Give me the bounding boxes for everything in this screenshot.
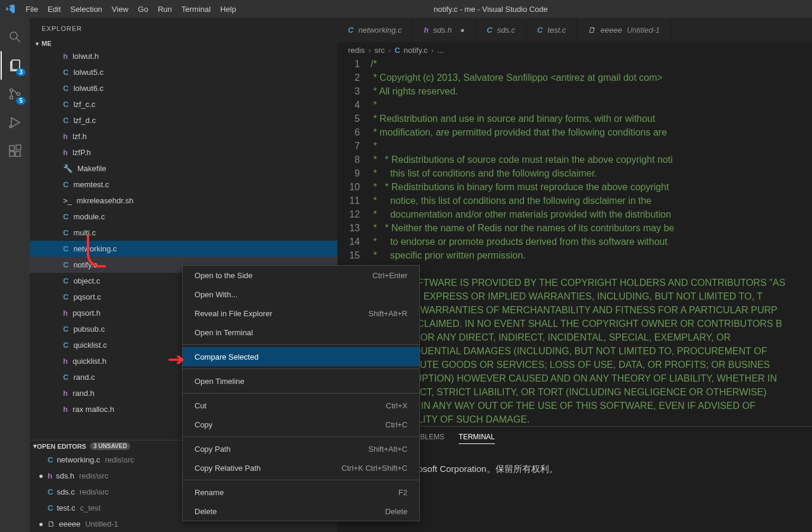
menu-terminal[interactable]: Terminal: [177, 0, 215, 18]
file-name: lzf_c.c: [73, 100, 95, 109]
menu-help[interactable]: Help: [215, 0, 241, 18]
c-file-icon: C: [63, 260, 68, 269]
file-row[interactable]: hlzf.h: [30, 128, 337, 144]
menu-item-shortcut: Delete: [385, 507, 407, 516]
editor-path: redis\src: [80, 487, 109, 496]
menu-item-label: Cut: [195, 401, 206, 410]
context-menu-item[interactable]: Reveal in File ExplorerShift+Alt+R: [183, 304, 419, 323]
menu-item-shortcut: Ctrl+Enter: [372, 271, 407, 280]
h-file-icon: h: [63, 389, 68, 398]
file-row[interactable]: Cnetworking.c: [30, 241, 337, 257]
file-row[interactable]: Cmodule.c: [30, 209, 337, 225]
tab-suffix: Untitled-1: [627, 26, 660, 34]
editor-name: sds.c: [57, 487, 74, 496]
context-menu-item[interactable]: Copy PathShift+Alt+C: [183, 439, 419, 458]
breadcrumb[interactable]: redis› src› C notify.c› ...: [337, 43, 812, 57]
file-row[interactable]: hlzfP.h: [30, 144, 337, 160]
file-name: networking.c: [73, 244, 117, 253]
c-file-icon: C: [63, 100, 68, 109]
makefile-icon: 🔧: [63, 164, 73, 173]
menu-edit[interactable]: Edit: [43, 0, 65, 18]
shell-file-icon: >_: [63, 196, 72, 205]
editor-name: test.c: [57, 503, 75, 512]
c-file-icon: C: [63, 228, 68, 237]
editor-tab[interactable]: 🗋eeeeeUntitled-1: [577, 18, 671, 42]
context-menu-item[interactable]: Compare Selected: [183, 347, 419, 366]
c-file-icon: C: [48, 503, 53, 512]
extensions-icon[interactable]: [1, 137, 29, 165]
workspace-header[interactable]: ▾ME: [30, 39, 337, 48]
menu-separator: [183, 436, 419, 437]
editor-tab[interactable]: Cnetworking.c: [337, 18, 413, 42]
menu-item-label: Compare Selected: [195, 352, 259, 361]
file-row[interactable]: Clolwut5.c: [30, 64, 337, 80]
svg-rect-7: [10, 146, 14, 150]
context-menu-item[interactable]: CutCtrl+X: [183, 396, 419, 415]
editor-name: sds.h: [56, 471, 74, 480]
h-file-icon: h: [63, 309, 68, 317]
svg-point-3: [10, 89, 13, 92]
file-row[interactable]: Cmemtest.c: [30, 177, 337, 193]
file-name: pqsort.h: [73, 309, 101, 317]
svg-rect-9: [15, 152, 20, 156]
menu-bar: FileEditSelectionViewGoRunTerminalHelp: [21, 0, 241, 18]
context-menu-item[interactable]: CopyCtrl+C: [183, 415, 419, 434]
context-menu-item[interactable]: Open to the SideCtrl+Enter: [183, 266, 419, 285]
h-file-icon: h: [424, 26, 428, 34]
file-name: quicklist.c: [73, 341, 106, 350]
menu-go[interactable]: Go: [133, 0, 153, 18]
context-menu-item[interactable]: Open With...: [183, 285, 419, 304]
h-file-icon: h: [63, 405, 68, 414]
scm-icon[interactable]: 5: [1, 80, 29, 108]
svg-rect-8: [10, 152, 14, 156]
menu-item-shortcut: Ctrl+C: [385, 420, 407, 429]
c-file-icon: C: [63, 84, 68, 93]
tab-label: test.c: [547, 26, 566, 34]
file-name: lzf.h: [73, 132, 87, 141]
explorer-icon[interactable]: 3: [1, 51, 29, 80]
file-row[interactable]: >_mkreleasehdr.sh: [30, 193, 337, 209]
file-row[interactable]: Clzf_c.c: [30, 96, 337, 112]
activity-bar: 3 5: [0, 18, 30, 532]
c-file-icon: C: [63, 116, 68, 125]
svg-point-0: [10, 32, 17, 39]
file-row[interactable]: 🔧Makefile: [30, 160, 337, 177]
dirty-indicator: ●: [38, 471, 44, 480]
menu-run[interactable]: Run: [153, 0, 177, 18]
file-name: quicklist.h: [73, 357, 106, 366]
debug-icon[interactable]: [1, 108, 29, 137]
file-name: notify.c: [73, 260, 97, 269]
editor-path: redis\src: [79, 471, 108, 480]
context-menu-item[interactable]: Open Timeline: [183, 372, 419, 391]
menu-file[interactable]: File: [21, 0, 43, 18]
search-icon[interactable]: [1, 23, 29, 51]
scm-badge: 5: [16, 97, 26, 105]
file-row[interactable]: Clzf_d.c: [30, 112, 337, 128]
editor-tab[interactable]: Ctest.c: [526, 18, 577, 42]
file-name: Makefile: [77, 164, 106, 173]
file-row[interactable]: hlolwut.h: [30, 48, 337, 64]
menu-view[interactable]: View: [107, 0, 133, 18]
file-row[interactable]: Clolwut6.c: [30, 80, 337, 96]
tab-terminal[interactable]: TERMINAL: [459, 433, 495, 444]
context-menu-item[interactable]: Open in Terminal: [183, 323, 419, 342]
file-icon: 🗋: [588, 26, 595, 34]
editor-tab[interactable]: hsds.h●: [413, 18, 476, 42]
menu-item-shortcut: F2: [399, 488, 407, 497]
menu-item-label: Copy Path: [195, 445, 231, 454]
context-menu-item[interactable]: RenameF2: [183, 483, 419, 502]
sidebar-title: EXPLORER: [30, 18, 337, 39]
h-file-icon: h: [48, 471, 52, 480]
file-name: rax malloc.h: [73, 405, 114, 414]
editor-tab[interactable]: Csds.c: [476, 18, 526, 42]
menu-item-shortcut: Ctrl+K Ctrl+Shift+C: [341, 464, 407, 473]
menu-item-label: Rename: [195, 488, 224, 497]
context-menu-item[interactable]: DeleteDelete: [183, 502, 419, 521]
context-menu-item[interactable]: Copy Relative PathCtrl+K Ctrl+Shift+C: [183, 458, 419, 477]
file-name: rand.c: [73, 373, 95, 382]
file-row[interactable]: Cmulti.c: [30, 225, 337, 241]
menu-selection[interactable]: Selection: [65, 0, 106, 18]
c-file-icon: C: [63, 68, 68, 77]
tab-label: sds.c: [497, 26, 515, 34]
file-name: lolwut.h: [73, 52, 99, 61]
